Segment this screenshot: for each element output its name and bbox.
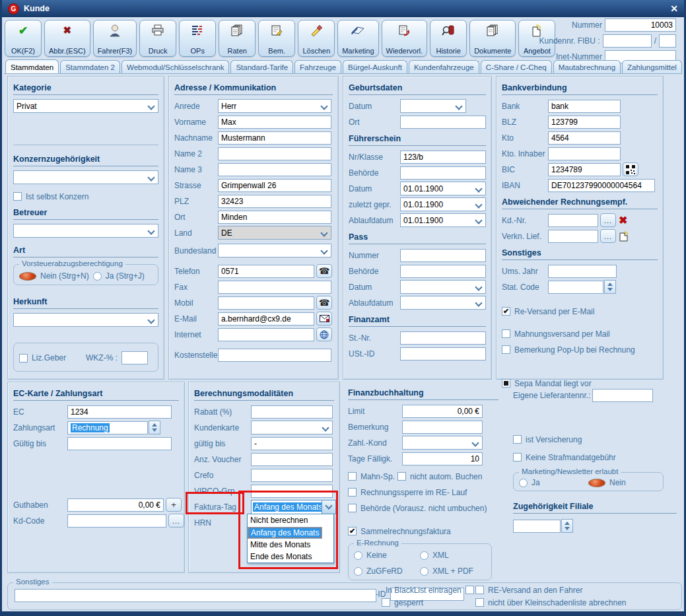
vorsteuer-ja-radio[interactable]: Ja (Strg+J) [93, 271, 153, 281]
dokumente-button[interactable]: Dokumente [469, 20, 516, 57]
land-select[interactable]: DE [218, 226, 331, 240]
rabatt-input[interactable] [251, 405, 333, 419]
vorsteuer-nein-radio[interactable]: Nein (Strg+N) [19, 271, 93, 281]
mobil-input[interactable] [218, 296, 314, 310]
blacklist-checkbox[interactable] [465, 586, 474, 594]
clear-icon[interactable]: ✖ [619, 214, 627, 226]
erechnung-xml-pdf-radio[interactable]: XML + PDF [420, 566, 486, 576]
vorname-input[interactable] [218, 116, 331, 129]
behoerde-vorausz-checkbox[interactable] [348, 504, 357, 512]
wkz-input[interactable] [121, 351, 148, 364]
ort-input[interactable] [218, 211, 331, 224]
druck-button[interactable]: Druck [139, 20, 176, 57]
mail-icon[interactable] [316, 312, 332, 325]
wiedervorlage-button[interactable]: Wiedervorl. [382, 20, 428, 57]
fahrer-button[interactable]: Fahrer(F3) [93, 20, 137, 57]
telefon-input[interactable] [218, 265, 314, 278]
kto-input[interactable] [548, 131, 621, 145]
rechnungssperre-checkbox[interactable] [348, 488, 357, 496]
fs-zuletzt-gepr-select[interactable]: 01.01.1900 [400, 197, 486, 211]
tage-faelligk-input[interactable] [402, 452, 483, 465]
bemerkung-popup-checkbox[interactable] [502, 345, 510, 354]
anrede-select[interactable]: Herr [218, 99, 331, 113]
fibu-bemerkung-input[interactable] [402, 421, 483, 434]
browse-button[interactable]: ... [600, 229, 616, 243]
ec-input[interactable] [67, 405, 172, 419]
kundennr-fibu-input[interactable] [603, 34, 652, 48]
fax-input[interactable] [218, 281, 331, 294]
pass-nummer-input[interactable] [400, 249, 486, 262]
tab-webmodul-schlüsselschrank[interactable]: Webmodul/Schlüsselschrank [121, 60, 229, 74]
globe-icon[interactable] [316, 327, 332, 341]
name2-input[interactable] [218, 147, 331, 160]
gesperrt-checkbox[interactable] [382, 598, 390, 607]
kategorie-select[interactable]: Privat [13, 99, 158, 113]
mahnungsversand-mail-checkbox[interactable] [502, 329, 510, 338]
dropdown-option[interactable]: Ende des Monats [248, 551, 333, 563]
vipco-grp-input[interactable] [251, 485, 333, 498]
sonstiges-input[interactable] [15, 589, 376, 602]
marketing-button[interactable]: Marketing [337, 20, 378, 57]
betreuer-select[interactable] [13, 224, 158, 238]
ok-button[interactable]: ✔OK(F2) [5, 20, 42, 57]
tab-standard-tarife[interactable]: Standard-Tarife [230, 60, 293, 74]
gueltig-bis-input[interactable] [67, 437, 172, 450]
name3-input[interactable] [218, 163, 331, 176]
faktura-tag-select[interactable]: Anfang des Monats [251, 500, 336, 514]
kto-inhaber-input[interactable] [548, 147, 621, 160]
bemerkung-button[interactable]: Bem. [258, 20, 295, 57]
zahl-kond-select[interactable] [402, 436, 483, 450]
fs-nr-klasse-input[interactable] [400, 151, 486, 164]
kundenkarte-select[interactable] [251, 421, 333, 434]
phone-icon[interactable]: ☎ [316, 264, 332, 278]
konzernzugehoerigkeit-select[interactable] [13, 170, 158, 184]
erechnung-keine-radio[interactable]: Keine [354, 551, 420, 560]
re-versand-fahrer-checkbox[interactable] [475, 586, 484, 594]
filiale-spinner[interactable] [561, 519, 573, 533]
bank-input[interactable] [548, 100, 621, 113]
internet-input[interactable] [218, 328, 314, 341]
anz-voucher-input[interactable] [251, 453, 333, 466]
fs-datum-select[interactable]: 01.01.1900 [400, 182, 486, 195]
eigene-lieferantennr-input[interactable] [592, 389, 653, 402]
raten-button[interactable]: Raten [219, 20, 256, 57]
erechnung-zugferd-radio[interactable]: ZuGFeRD [354, 566, 420, 576]
st-nr-input[interactable] [400, 331, 486, 345]
keine-strafmandatgebuehr-checkbox[interactable] [513, 453, 522, 462]
faktura-tag-dropdown-button[interactable] [322, 500, 335, 514]
stat-code-spinner[interactable] [604, 280, 616, 294]
kk-gueltig-bis-input[interactable] [251, 437, 333, 450]
nummer-input[interactable] [605, 18, 676, 32]
kd-code-input[interactable] [67, 514, 166, 528]
nicht-autom-buchen-checkbox[interactable] [397, 472, 406, 481]
tab-fahrzeuge[interactable]: Fahrzeuge [294, 60, 341, 74]
dropdown-option[interactable]: Mitte des Monats [248, 539, 333, 551]
tab-c-share-c-cheq[interactable]: C-Share / C-Cheq [481, 60, 552, 74]
sammelrechnungsfaktura-checkbox[interactable] [348, 527, 357, 535]
browse-button[interactable]: ... [600, 213, 616, 227]
limit-input[interactable] [402, 405, 483, 418]
crefo-input[interactable] [251, 469, 333, 482]
plz-input[interactable] [218, 195, 331, 208]
iban-input[interactable] [548, 179, 655, 192]
re-versand-email-checkbox[interactable] [502, 307, 510, 316]
geburt-ort-input[interactable] [400, 116, 486, 129]
filiale-input[interactable] [513, 520, 561, 533]
loeschen-button[interactable]: Löschen [298, 20, 335, 57]
verkn-lief-input[interactable] [548, 230, 598, 243]
kleinschadenliste-checkbox[interactable] [475, 598, 484, 607]
kd-nr-input[interactable] [548, 214, 598, 227]
bundesland-select[interactable] [218, 244, 331, 257]
herkunft-select[interactable] [13, 313, 158, 327]
ist-versicherung-checkbox[interactable] [513, 435, 522, 444]
abbrechen-button[interactable]: ✖Abbr.(ESC) [44, 20, 90, 57]
new-document-icon[interactable] [619, 231, 629, 242]
tab-bürgel-auskunft[interactable]: Bürgel-Auskunft [343, 60, 407, 74]
kostenstelle-input[interactable] [218, 349, 331, 362]
tab-stammdaten-2[interactable]: Stammdaten 2 [60, 60, 120, 74]
dropdown-option[interactable]: Nicht berechnen [248, 514, 333, 526]
browse-button[interactable]: ... [168, 514, 184, 528]
guthaben-input[interactable] [67, 498, 164, 512]
marketing-nein-radio[interactable]: Nein [588, 478, 658, 487]
bic-input[interactable] [548, 163, 621, 176]
